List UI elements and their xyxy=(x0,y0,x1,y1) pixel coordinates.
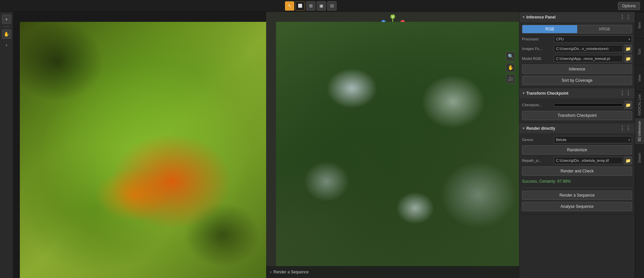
sidebar-tab-view[interactable]: View xyxy=(635,65,644,91)
toolbar-right: Options xyxy=(618,2,640,10)
rgb-irrgb-tabs: RGB IrRGB xyxy=(522,25,632,33)
inference-collapse-arrow: ▾ xyxy=(523,15,524,19)
transform-checkpoint-header[interactable]: ▾ Transform Checkpoint ⋮⋮ xyxy=(519,88,635,98)
images-folder-browse-btn[interactable]: 📁 xyxy=(624,45,632,53)
checkpoint-row: Checkpoin... 📁 xyxy=(522,101,632,109)
vp-camera-btn[interactable]: 🎥 xyxy=(506,74,515,83)
filepath-label: filepath_si... xyxy=(522,159,552,162)
render-directly-content: Genus: Betula Pinus Quercus Picea Abies … xyxy=(519,133,635,214)
checkpoint-value[interactable] xyxy=(554,103,623,107)
inference-panel-content: RGB IrRGB Processor: CPU CUDA Images F xyxy=(519,22,635,88)
top-bar: ↖ ⬜ ⊞ ▣ ⊟ Options xyxy=(0,0,644,12)
processor-select-wrapper[interactable]: CPU CUDA xyxy=(554,35,632,43)
rgb-tab[interactable]: RGB xyxy=(522,25,577,33)
inference-panel-menu[interactable]: ⋮⋮ xyxy=(620,14,631,20)
expand-arrow-icon: › xyxy=(270,270,271,274)
render-directly-title: Render directly xyxy=(526,126,555,131)
divider xyxy=(522,188,632,188)
grid-btn[interactable]: ⊞ xyxy=(306,1,315,11)
pan-btn[interactable]: ✋ xyxy=(2,29,11,39)
genus-row: Genus: Betula Pinus Quercus Picea Abies xyxy=(522,136,632,143)
inference-panel-section: ▾ Inference Panel ⋮⋮ RGB IrRGB Processor… xyxy=(519,12,635,88)
transform-checkpoint-content: Checkpoin... 📁 Transform Checkpoint xyxy=(519,98,635,123)
viewport-tools-overlay: 🔍 ✋ 🎥 xyxy=(506,52,515,83)
viewport-bottom-bar: › Render a Sequence xyxy=(266,266,519,278)
inference-panel-header[interactable]: ▾ Inference Panel ⋮⋮ xyxy=(519,12,635,22)
genus-select[interactable]: Betula Pinus Quercus Picea Abies xyxy=(554,136,632,143)
filepath-value: C:\Users\g\Do...e\betula_temp.tif xyxy=(554,157,623,164)
options-button[interactable]: Options xyxy=(618,2,640,10)
vp-pan-btn[interactable]: ✋ xyxy=(506,63,515,72)
sidebar-tab-dream[interactable]: Dream xyxy=(635,144,644,171)
zoom-in-btn[interactable]: + xyxy=(2,15,11,24)
irrgb-tab[interactable]: IrRGB xyxy=(577,25,632,33)
render-collapse-arrow: ▾ xyxy=(523,126,524,130)
vp-zoom-btn[interactable]: 🔍 xyxy=(506,52,515,61)
render-directly-header[interactable]: ▾ Render directly ⋮⋮ xyxy=(519,123,635,133)
arrow-right-btn[interactable]: › xyxy=(4,41,9,49)
sidebar-tab-tool[interactable]: Tool xyxy=(635,38,644,65)
transform-checkpoint-title: Transform Checkpoint xyxy=(526,91,568,96)
paint-btn[interactable]: ▣ xyxy=(317,1,326,11)
multi-btn[interactable]: ⊟ xyxy=(327,1,337,11)
model-rgb-row: Model RGB: C:\Users\g\App...rence_treesa… xyxy=(522,55,632,63)
render-directly-menu[interactable]: ⋮⋮ xyxy=(620,125,631,131)
transform-collapse-arrow: ▾ xyxy=(523,91,524,95)
genus-select-wrapper[interactable]: Betula Pinus Quercus Picea Abies xyxy=(554,136,632,143)
render-directly-section: ▾ Render directly ⋮⋮ Genus: Betula Pinus… xyxy=(519,123,635,214)
filepath-input-row: C:\Users\g\Do...e\betula_temp.tif 📁 xyxy=(554,157,632,164)
left-toolbar: + ✋ › xyxy=(0,12,13,278)
checkpoint-label: Checkpoin... xyxy=(522,103,552,107)
model-rgb-label: Model RGB: xyxy=(522,57,552,61)
transform-checkpoint-section: ▾ Transform Checkpoint ⋮⋮ Checkpoin... 📁… xyxy=(519,88,635,123)
images-folder-label: Images Fo... xyxy=(522,47,552,51)
model-rgb-value: C:\Users\g\App...rence_treesat.pt xyxy=(554,55,623,62)
checkpoint-browse-btn[interactable]: 📁 xyxy=(624,101,632,109)
svg-text:Y: Y xyxy=(391,15,393,19)
model-rgb-input-row: C:\Users\g\App...rence_treesat.pt 📁 xyxy=(554,55,632,63)
genus-label: Genus: xyxy=(522,138,552,142)
images-folder-row: Images Fo... C:\Users\g\Do...n_noisetext… xyxy=(522,45,632,53)
inference-button[interactable]: Inference xyxy=(522,65,632,74)
checkpoint-input-row: 📁 xyxy=(554,101,632,109)
forest-display xyxy=(276,22,519,278)
viewport-right[interactable]: Y X Z 🔍 ✋ xyxy=(266,12,519,278)
status-text: Success, Certainty: 97.99% xyxy=(522,178,632,185)
processor-row: Processor: CPU CUDA xyxy=(522,35,632,43)
toolbar-center: ↖ ⬜ ⊞ ▣ ⊟ xyxy=(285,1,337,11)
processor-label: Processor: xyxy=(522,37,552,41)
sidebar-tab-radical-live[interactable]: RADICAL Live xyxy=(635,91,644,118)
viewports: Y X Z 🔍 ✋ xyxy=(13,12,519,278)
sidebar-tab-bd-inferencer[interactable]: BD Inferencer xyxy=(635,118,644,144)
processor-select[interactable]: CPU CUDA xyxy=(554,35,632,43)
expand-sequence-label: Render a Sequence xyxy=(273,270,309,274)
right-panel: ▾ Inference Panel ⋮⋮ RGB IrRGB Processor… xyxy=(519,12,635,278)
images-folder-value: C:\Users\g\Do...n_noisetextures\ xyxy=(554,45,623,52)
inference-panel-title: Inference Panel xyxy=(526,15,556,20)
heatmap-display xyxy=(20,22,266,278)
analyse-sequence-button[interactable]: Analyse Sequence xyxy=(522,202,632,211)
filepath-row: filepath_si... C:\Users\g\Do...e\betula_… xyxy=(522,157,632,164)
expand-sequence-btn[interactable]: › Render a Sequence xyxy=(270,270,309,274)
sort-by-coverage-button[interactable]: Sort by Coverage xyxy=(522,76,632,85)
images-folder-input-row: C:\Users\g\Do...n_noisetextures\ 📁 xyxy=(554,45,632,53)
render-check-button[interactable]: Render and Check xyxy=(522,166,632,176)
randomize-button[interactable]: Randomize xyxy=(522,145,632,155)
model-rgb-browse-btn[interactable]: 📁 xyxy=(624,55,632,63)
transform-checkpoint-menu[interactable]: ⋮⋮ xyxy=(620,90,631,96)
transform-checkpoint-button[interactable]: Transform Checkpoint xyxy=(522,111,632,120)
sidebar-tab-item[interactable]: Item xyxy=(635,12,644,38)
select-tool-btn[interactable]: ↖ xyxy=(285,1,294,11)
filepath-browse-btn[interactable]: 📁 xyxy=(624,157,632,164)
render-sequence-button[interactable]: Render a Sequence xyxy=(522,191,632,200)
right-sidebar-tabs: Item Tool View RADICAL Live BD Inference… xyxy=(635,12,644,278)
main-content: + ✋ › Y X xyxy=(0,12,644,278)
viewport-left[interactable] xyxy=(13,12,266,278)
rect-select-btn[interactable]: ⬜ xyxy=(296,1,305,11)
